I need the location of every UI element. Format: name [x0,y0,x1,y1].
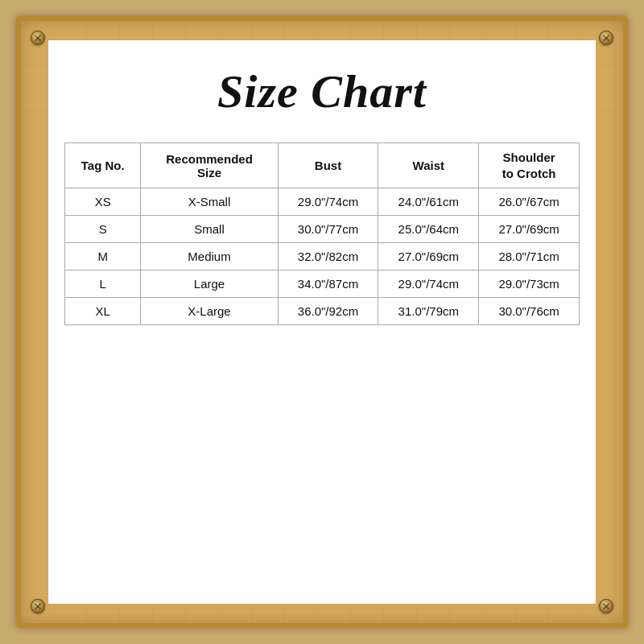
cell-tag: L [65,270,141,298]
screw-bottom-right [599,599,613,613]
screw-top-left [31,31,45,45]
cell-size: X-Large [141,298,278,325]
table-row: M Medium 32.0"/82cm 27.0"/69cm 28.0"/71c… [65,243,580,270]
table-row: XS X-Small 29.0"/74cm 24.0"/61cm 26.0"/6… [65,188,580,216]
table-row: S Small 30.0"/77cm 25.0"/64cm 27.0"/69cm [65,216,580,243]
wood-frame: Size Chart Tag No. RecommendedSize Bust … [16,16,628,628]
cell-waist: 29.0"/74cm [378,270,479,298]
cell-tag: XS [65,188,141,216]
cell-bust: 32.0"/82cm [278,243,378,270]
table-row: L Large 34.0"/87cm 29.0"/74cm 29.0"/73cm [65,270,580,298]
col-header-shoulder: Shoulderto Crotch [479,143,580,188]
cell-waist: 31.0"/79cm [378,298,479,325]
cell-shoulder-crotch: 30.0"/76cm [479,298,580,325]
cell-size: Medium [141,243,278,270]
cell-bust: 36.0"/92cm [278,298,378,325]
cell-tag: S [65,216,141,243]
col-header-tag: Tag No. [65,143,141,188]
cell-shoulder-crotch: 29.0"/73cm [479,270,580,298]
cell-shoulder-crotch: 27.0"/69cm [479,216,580,243]
cell-bust: 34.0"/87cm [278,270,378,298]
cell-tag: XL [65,298,141,325]
screw-top-right [599,31,613,45]
cell-size: X-Small [141,188,278,216]
col-header-waist: Waist [378,143,479,188]
col-header-size: RecommendedSize [141,143,278,188]
cell-bust: 30.0"/77cm [278,216,378,243]
size-table: Tag No. RecommendedSize Bust Waist Shoul… [64,142,580,325]
col-header-bust: Bust [278,143,378,188]
cell-tag: M [65,243,141,270]
page-title: Size Chart [217,64,427,118]
cell-shoulder-crotch: 26.0"/67cm [479,188,580,216]
cell-bust: 29.0"/74cm [278,188,378,216]
content-area: Size Chart Tag No. RecommendedSize Bust … [48,40,596,604]
cell-waist: 27.0"/69cm [378,243,479,270]
cell-shoulder-crotch: 28.0"/71cm [479,243,580,270]
cell-waist: 24.0"/61cm [378,188,479,216]
cell-size: Small [141,216,278,243]
cell-waist: 25.0"/64cm [378,216,479,243]
cell-size: Large [141,270,278,298]
table-row: XL X-Large 36.0"/92cm 31.0"/79cm 30.0"/7… [65,298,580,325]
screw-bottom-left [31,599,45,613]
